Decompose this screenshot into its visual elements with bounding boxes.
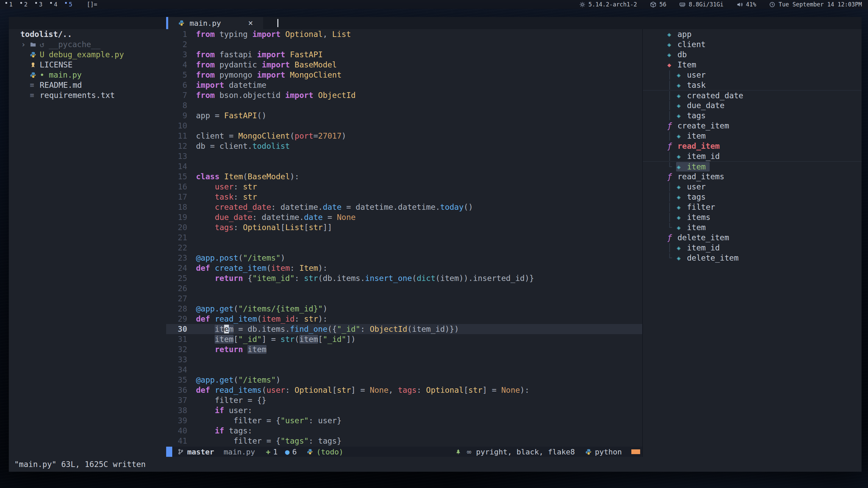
line-number: 18 xyxy=(166,203,196,211)
code-line-40[interactable]: 40 if tags: xyxy=(166,426,642,436)
code-line-12[interactable]: 12db = client.todolist xyxy=(166,141,642,151)
code-text: created_date: datetime.date = datetime.d… xyxy=(196,203,473,211)
code-line-38[interactable]: 38 if user: xyxy=(166,405,642,415)
outline-item-tags[interactable]: │◈tags xyxy=(643,192,862,202)
code-line-22[interactable]: 22 xyxy=(166,243,642,253)
outline-item-items[interactable]: │◈items xyxy=(643,212,862,222)
code-line-30[interactable]: 30 item = db.items.find_one({"_id": Obje… xyxy=(166,324,642,334)
tree-item-requirements-txt[interactable]: ≡requirements.txt xyxy=(9,90,165,100)
tab-close-icon[interactable]: × xyxy=(248,18,253,28)
code-line-3[interactable]: 3from fastapi import FastAPI xyxy=(166,49,642,60)
code-line-15[interactable]: 15class Item(BaseModel): xyxy=(166,171,642,182)
code-line-17[interactable]: 17 task: str xyxy=(166,192,642,202)
outline-item-filter[interactable]: │◈filter xyxy=(643,202,862,212)
line-number: 29 xyxy=(166,314,196,323)
workspace-tag-2[interactable]: 2 xyxy=(18,1,33,8)
code-line-28[interactable]: 28@app.get("/items/{item_id}") xyxy=(166,304,642,314)
outline-item-task[interactable]: │◈task xyxy=(643,80,862,90)
code-line-13[interactable]: 13 xyxy=(166,151,642,161)
outline-item-client[interactable]: ◈client xyxy=(643,39,862,49)
code-line-2[interactable]: 2 xyxy=(166,39,642,49)
field-icon: ◈ xyxy=(677,132,687,140)
outline-item-create_item[interactable]: ƒcreate_item xyxy=(643,121,862,131)
workspace-tag-5[interactable]: 5 xyxy=(63,1,78,8)
workspace-tag-4[interactable]: 4 xyxy=(48,1,63,8)
code-line-21[interactable]: 21 xyxy=(166,232,642,243)
outline-item-delete_item[interactable]: ƒdelete_item xyxy=(643,232,862,243)
code-line-35[interactable]: 35@app.get("/items") xyxy=(166,375,642,385)
tree-guide: │ xyxy=(667,70,677,79)
code-line-39[interactable]: 39 filter = {"user": user} xyxy=(166,415,642,426)
filetype-indicator: python xyxy=(585,448,622,456)
layout-symbol[interactable]: []= xyxy=(87,1,97,8)
code-line-25[interactable]: 25 return {"item_id": str(db.items.inser… xyxy=(166,273,642,283)
status-modules: 5.14.2-arch1-2 56 8.8Gi/31Gi 41% Tue Sep… xyxy=(579,1,865,8)
outline-item-item[interactable]: │◈item xyxy=(643,131,862,141)
code-line-33[interactable]: 33 xyxy=(166,354,642,365)
code-line-29[interactable]: 29def read_item(item_id: str): xyxy=(166,314,642,324)
folder-icon xyxy=(30,41,40,48)
outline-item-item[interactable]: └◈item xyxy=(643,161,862,171)
outline-item-delete_item[interactable]: └◈delete_item xyxy=(643,253,862,263)
code-line-14[interactable]: 14 xyxy=(166,161,642,171)
code-line-27[interactable]: 27 xyxy=(166,293,642,304)
code-line-10[interactable]: 10 xyxy=(166,121,642,131)
code-line-24[interactable]: 24def create_item(item: Item): xyxy=(166,263,642,273)
outline-item-item_id[interactable]: │◈item_id xyxy=(643,243,862,253)
line-number: 34 xyxy=(166,365,196,374)
line-number: 23 xyxy=(166,253,196,262)
code-line-19[interactable]: 19 due_date: datetime.date = None xyxy=(166,212,642,222)
code-line-41[interactable]: 41 filter = {"tags": tags} xyxy=(166,436,642,446)
outline-item-db[interactable]: ◈db xyxy=(643,49,862,60)
outline-item-Item[interactable]: ◆Item xyxy=(643,60,862,70)
code-line-11[interactable]: 11client = MongoClient(port=27017) xyxy=(166,131,642,141)
code-line-20[interactable]: 20 tags: Optional[List[str]] xyxy=(166,222,642,232)
outline-item-user[interactable]: │◈user xyxy=(643,70,862,80)
symbols-outline: ◈app◈client◈db◆Item│◈user│◈task│◈created… xyxy=(643,29,862,457)
clock-icon xyxy=(769,1,775,8)
tree-item--pycache-[interactable]: ›↺__pycache__ xyxy=(9,39,165,49)
symbol-label: app xyxy=(677,30,692,39)
chevron-right-icon[interactable]: › xyxy=(21,40,30,49)
tree-item-main-py[interactable]: •main.py xyxy=(9,70,165,80)
code-line-4[interactable]: 4from pydantic import BaseModel xyxy=(166,60,642,70)
outline-item-item[interactable]: └◈item xyxy=(643,222,862,232)
outline-item-read_item[interactable]: ƒread_item xyxy=(643,141,862,151)
workspace-tag-3[interactable]: 3 xyxy=(33,1,48,8)
tree-root[interactable]: todolist/.. xyxy=(9,29,165,39)
outline-item-user[interactable]: │◈user xyxy=(643,182,862,192)
code-line-9[interactable]: 9app = FastAPI() xyxy=(166,110,642,121)
mode-indicator xyxy=(166,447,172,457)
code-line-18[interactable]: 18 created_date: datetime.date = datetim… xyxy=(166,202,642,212)
outline-item-due_date[interactable]: │◈due_date xyxy=(643,100,862,110)
workspace-tag-1[interactable]: 1 xyxy=(3,1,18,8)
code-line-34[interactable]: 34 xyxy=(166,365,642,375)
tag-occupied-indicator xyxy=(20,2,22,4)
code-line-26[interactable]: 26 xyxy=(166,283,642,293)
tree-item-readme-md[interactable]: ≡README.md xyxy=(9,80,165,90)
outline-item-created_date[interactable]: │◈created_date xyxy=(643,90,862,100)
code-line-5[interactable]: 5from pymongo import MongoClient xyxy=(166,70,642,80)
code-line-23[interactable]: 23@app.post("/items") xyxy=(166,253,642,263)
tag-occupied-indicator xyxy=(5,2,7,4)
code-text: if user: xyxy=(196,406,252,415)
code-line-8[interactable]: 8 xyxy=(166,100,642,110)
outline-item-item_id[interactable]: │◈item_id xyxy=(643,151,862,161)
code-text: filter = {} xyxy=(196,396,267,405)
tab-main-py[interactable]: main.py × xyxy=(168,17,263,29)
code-line-7[interactable]: 7from bson.objectid import ObjectId xyxy=(166,90,642,100)
code-line-6[interactable]: 6import datetime xyxy=(166,80,642,90)
code-line-16[interactable]: 16 user: str xyxy=(166,182,642,192)
outline-item-app[interactable]: ◈app xyxy=(643,29,862,39)
code-text: from pymongo import MongoClient xyxy=(196,70,341,79)
code-line-36[interactable]: 36def read_items(user: Optional[str] = N… xyxy=(166,385,642,395)
tree-item-debug-example-py[interactable]: Udebug_example.py xyxy=(9,49,165,60)
outline-item-read_items[interactable]: ƒread_items xyxy=(643,171,862,182)
code-line-1[interactable]: 1from typing import Optional, List xyxy=(166,29,642,39)
code-line-31[interactable]: 31 item["_id"] = str(item["_id"]) xyxy=(166,334,642,344)
code-line-37[interactable]: 37 filter = {} xyxy=(166,395,642,405)
tree-item-license[interactable]: LICENSE xyxy=(9,60,165,70)
code-line-32[interactable]: 32 return item xyxy=(166,344,642,354)
code-editor[interactable]: 1from typing import Optional, List23from… xyxy=(166,29,642,447)
outline-item-tags[interactable]: │◈tags xyxy=(643,110,862,121)
